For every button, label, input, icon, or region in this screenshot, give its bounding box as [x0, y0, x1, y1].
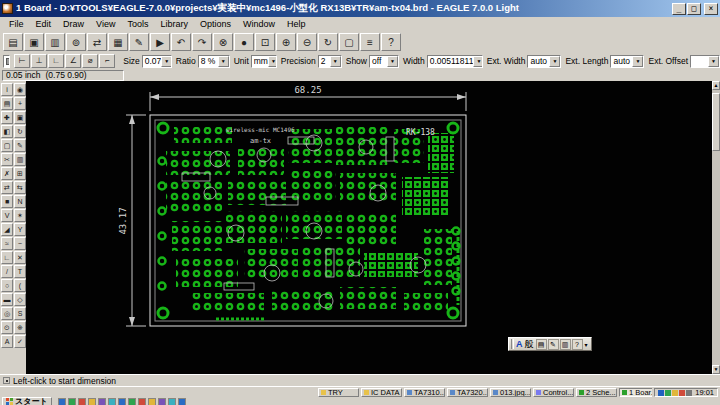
value-tool[interactable]: V — [1, 209, 13, 222]
quicklaunch-icon[interactable] — [68, 398, 76, 405]
optimize-tool[interactable]: ≈ — [1, 237, 13, 250]
menu-item[interactable]: View — [90, 18, 121, 31]
replace-tool[interactable]: ⇆ — [14, 181, 26, 194]
quicklaunch-icon[interactable] — [88, 398, 96, 405]
run-ulp-icon[interactable]: ▶ — [150, 33, 170, 51]
info-tool[interactable]: i — [1, 83, 13, 96]
quicklaunch-icon[interactable] — [128, 398, 136, 405]
cam-processor-icon[interactable]: ⊚ — [66, 33, 86, 51]
param-combo[interactable]: auto — [527, 55, 561, 68]
pcb-drawing[interactable]: 68.25 43.17 — [26, 81, 712, 374]
chevron-down-icon[interactable] — [330, 56, 341, 67]
param-combo[interactable]: mm — [251, 55, 277, 68]
menu-item[interactable]: File — [3, 18, 30, 31]
switch-schematic-icon[interactable]: ⇄ — [87, 33, 107, 51]
start-button[interactable]: スタート — [2, 397, 52, 405]
quicklaunch-icon[interactable] — [58, 398, 66, 405]
chevron-down-icon[interactable] — [708, 56, 719, 67]
menu-item[interactable]: Library — [154, 18, 194, 31]
lock-tool[interactable]: ■ — [1, 195, 13, 208]
tray-icon[interactable] — [658, 390, 664, 396]
auto-tool[interactable]: A — [1, 335, 13, 348]
quicklaunch-icon[interactable] — [148, 398, 156, 405]
taskbar-task-button[interactable]: TRY — [318, 388, 359, 397]
mirror-tool[interactable]: ◧ — [1, 125, 13, 138]
dim-leader-icon[interactable]: ⌐ — [99, 54, 115, 68]
miter-tool[interactable]: ◢ — [1, 223, 13, 236]
meander-tool[interactable]: ~ — [14, 237, 26, 250]
quicklaunch-icon[interactable] — [78, 398, 86, 405]
menu-item[interactable]: Options — [194, 18, 237, 31]
tray-icon[interactable] — [665, 390, 671, 396]
ime-input-mode[interactable]: A — [516, 338, 523, 350]
undo-icon[interactable]: ↶ — [171, 33, 191, 51]
zoom-out-icon[interactable]: ⊖ — [297, 33, 317, 51]
scroll-up-icon[interactable] — [712, 81, 720, 90]
zoom-in-icon[interactable]: ⊕ — [276, 33, 296, 51]
menu-item[interactable]: Window — [237, 18, 281, 31]
pinswap-tool[interactable]: ⇄ — [1, 181, 13, 194]
quicklaunch-icon[interactable] — [98, 398, 106, 405]
display-tool[interactable]: ▤ — [1, 97, 13, 110]
taskbar-task-button[interactable]: TA7310... — [404, 388, 445, 397]
via-tool[interactable]: ◎ — [1, 307, 13, 320]
taskbar-task-button[interactable]: IC DATA — [361, 388, 402, 397]
menu-item[interactable]: Edit — [30, 18, 58, 31]
taskbar-task-button[interactable]: Control... — [533, 388, 574, 397]
circle-tool[interactable]: ○ — [1, 279, 13, 292]
menu-item[interactable]: Tools — [121, 18, 154, 31]
rotate-tool[interactable]: ↻ — [14, 125, 26, 138]
param-combo[interactable]: 0.00511811 — [427, 55, 483, 68]
quicklaunch-icon[interactable] — [138, 398, 146, 405]
chevron-down-icon[interactable] — [268, 56, 277, 67]
dim-diameter-icon[interactable]: ⌀ — [82, 54, 98, 68]
tray-icon[interactable] — [686, 390, 692, 396]
signal-tool[interactable]: S — [14, 307, 26, 320]
print-icon[interactable]: ▥ — [45, 33, 65, 51]
scroll-down-icon[interactable] — [712, 365, 720, 374]
menu-item[interactable]: Help — [281, 18, 312, 31]
dim-horizontal-icon[interactable]: ⊢ — [14, 54, 30, 68]
tray-icon[interactable] — [672, 390, 678, 396]
help-icon[interactable]: ? — [381, 33, 401, 51]
param-combo[interactable]: off — [369, 55, 399, 68]
layer-select[interactable]: 25 tNames — [3, 55, 10, 68]
param-combo[interactable]: 0.07 — [142, 55, 172, 68]
taskbar-task-button[interactable]: 1 Boar... — [619, 388, 652, 397]
mark-tool[interactable]: + — [14, 97, 26, 110]
open-icon[interactable]: ▤ — [3, 33, 23, 51]
ime-pad-icon[interactable]: ✎ — [548, 339, 559, 350]
cut-tool[interactable]: ✂ — [1, 153, 13, 166]
ime-dictionary-icon[interactable]: ▥ — [560, 339, 571, 350]
zoom-fit-icon[interactable]: ⊡ — [255, 33, 275, 51]
zoom-redraw-icon[interactable]: ↻ — [318, 33, 338, 51]
chevron-down-icon[interactable] — [632, 56, 643, 67]
script-icon[interactable]: ✎ — [129, 33, 149, 51]
tray-icon[interactable] — [679, 390, 685, 396]
chevron-down-icon[interactable] — [473, 56, 482, 67]
quicklaunch-icon[interactable] — [118, 398, 126, 405]
ime-minimize-icon[interactable] — [585, 341, 588, 348]
maximize-button[interactable]: □ — [687, 3, 701, 15]
title-bar[interactable]: 1 Board - D:¥TOOLS¥EAGLE-7.0.0¥projects¥… — [0, 0, 720, 17]
dim-right-angle-icon[interactable]: ∟ — [48, 54, 64, 68]
show-tool[interactable]: ◉ — [14, 83, 26, 96]
minimize-button[interactable]: _ — [672, 3, 686, 15]
command-list-icon[interactable]: ≡ — [360, 33, 380, 51]
wire-tool[interactable]: / — [1, 265, 13, 278]
library-use-icon[interactable]: ▦ — [108, 33, 128, 51]
ratsnest-tool[interactable]: ※ — [14, 321, 26, 334]
param-combo[interactable]: 2 — [318, 55, 342, 68]
change-tool[interactable]: ✎ — [14, 139, 26, 152]
route-tool[interactable]: ∟ — [1, 251, 13, 264]
redo-icon[interactable]: ↷ — [192, 33, 212, 51]
taskbar-task-button[interactable]: 2 Sche... — [576, 388, 617, 397]
ime-drag-handle[interactable] — [511, 339, 514, 349]
board-canvas[interactable]: 68.25 43.17 — [26, 81, 712, 374]
quicklaunch-icon[interactable] — [178, 398, 186, 405]
quicklaunch-icon[interactable] — [158, 398, 166, 405]
chevron-down-icon[interactable] — [549, 56, 560, 67]
smash-tool[interactable]: ✶ — [14, 209, 26, 222]
param-combo[interactable]: 8 % — [198, 55, 230, 68]
chevron-down-icon[interactable] — [161, 56, 171, 67]
